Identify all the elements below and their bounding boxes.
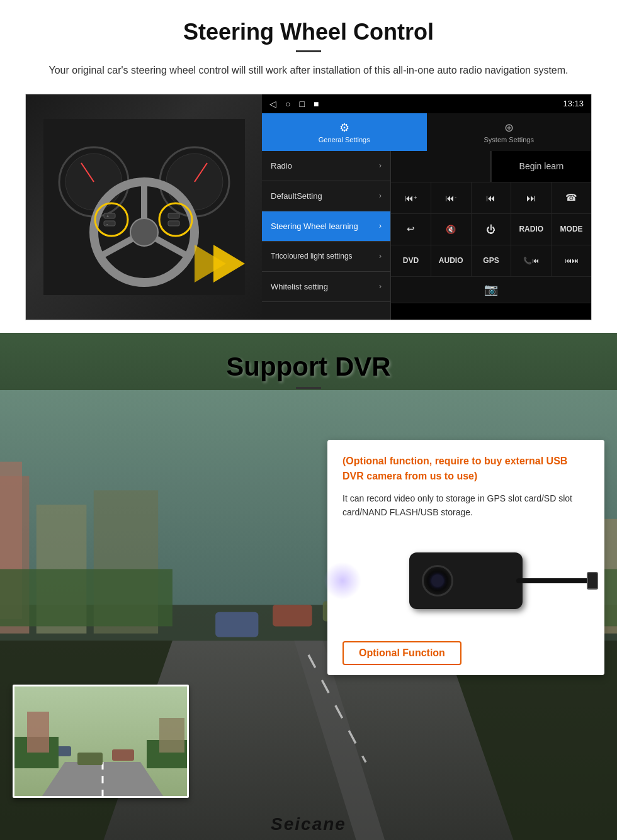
back-icon: ◁ (269, 99, 276, 109)
radio-btn[interactable]: RADIO (511, 214, 552, 245)
steering-wheel-section: Steering Wheel Control Your original car… (0, 0, 617, 333)
tab-general-settings[interactable]: ⚙ General Settings (262, 113, 427, 151)
prev-btn[interactable]: ⏮ (472, 182, 512, 213)
home-icon: ○ (285, 99, 290, 109)
gear-icon: ⚙ (339, 121, 349, 135)
dvr-divider (296, 387, 321, 389)
panel-body: Radio › DefaultSetting › Steering Wheel … (262, 151, 591, 320)
skip-btn[interactable]: ⏮⏭ (552, 245, 591, 276)
menu-default-label: DefaultSetting (271, 191, 322, 201)
android-ui-panel: ◁ ○ □ ■ 13:13 ⚙ General Settings ⊕ Syste… (262, 94, 591, 320)
svg-rect-15 (104, 221, 115, 226)
audio-btn[interactable]: AUDIO (431, 245, 472, 276)
camera-glow (324, 562, 361, 600)
camera-btn[interactable]: 📷 (391, 277, 591, 303)
svg-rect-47 (112, 749, 134, 761)
svg-point-11 (130, 218, 158, 246)
status-bar: ◁ ○ □ ■ 13:13 (262, 94, 591, 113)
title-divider (296, 50, 321, 52)
svg-rect-19 (168, 221, 179, 226)
begin-learn-button[interactable]: Begin learn (491, 151, 591, 182)
hangup-btn[interactable]: ↩ (391, 214, 431, 245)
tab-system-label: System Settings (484, 136, 534, 143)
camera-lens (422, 565, 453, 596)
dvr-body-text: It can record video only to storage in G… (342, 491, 589, 520)
menu-steering-label: Steering Wheel learning (271, 221, 358, 231)
steering-composite-image: + - ◁ ○ □ ■ 13:13 (25, 94, 592, 320)
dvr-optional-text: (Optional function, require to buy exter… (342, 454, 589, 484)
button-row-1: ⏮+ ⏮- ⏮ ⏭ ☎ (391, 182, 591, 214)
mode-btn[interactable]: MODE (552, 214, 591, 245)
button-grid: Begin learn ⏮+ ⏮- ⏮ ⏭ ☎ ↩ 🔇 ⏻ (391, 151, 591, 320)
steering-wheel-svg: + - (43, 119, 245, 295)
chevron-right-icon: › (379, 191, 382, 200)
support-dvr-section: Support DVR (Optional function, require … (0, 333, 617, 840)
power-btn[interactable]: ⏻ (472, 214, 512, 245)
button-row-3: DVD AUDIO GPS 📞⏮ ⏮⏭ (391, 245, 591, 277)
vol-minus-btn[interactable]: ⏮- (431, 182, 472, 213)
svg-rect-14 (104, 213, 115, 218)
svg-rect-34 (0, 569, 173, 626)
button-row-2: ↩ 🔇 ⏻ RADIO MODE (391, 214, 591, 245)
mute-btn[interactable]: 🔇 (431, 214, 472, 245)
camera-body (409, 552, 523, 609)
chevron-right-icon: › (379, 282, 382, 291)
svg-text:+: + (106, 214, 109, 218)
brand-name: Seicane (271, 814, 346, 834)
dvr-small-screenshot (13, 685, 189, 798)
steering-title: Steering Wheel Control (25, 19, 592, 45)
svg-rect-46 (77, 753, 103, 765)
next-btn[interactable]: ⏭ (511, 182, 552, 213)
svg-rect-52 (159, 718, 184, 753)
svg-rect-36 (215, 612, 258, 637)
settings-menu: Radio › DefaultSetting › Steering Wheel … (262, 151, 391, 320)
tab-general-label: General Settings (319, 136, 370, 143)
chevron-right-icon: › (379, 221, 382, 230)
svg-rect-51 (27, 712, 49, 753)
menu-item-default[interactable]: DefaultSetting › (262, 181, 390, 211)
status-icons: ◁ ○ □ ■ (269, 99, 319, 109)
dvr-screenshot-svg (14, 686, 189, 798)
system-icon: ⊕ (504, 121, 514, 135)
dvd-btn[interactable]: DVD (391, 245, 431, 276)
menu-radio-label: Radio (271, 161, 292, 171)
begin-learn-row: Begin learn (391, 151, 591, 182)
menu-item-whitelist[interactable]: Whitelist setting › (262, 272, 390, 302)
dvr-title: Support DVR (0, 352, 617, 382)
tab-system-settings[interactable]: ⊕ System Settings (427, 113, 592, 151)
chevron-right-icon: › (379, 161, 382, 170)
svg-rect-37 (273, 605, 312, 626)
optional-function-label: Optional Function (342, 641, 461, 665)
menu-item-steering[interactable]: Steering Wheel learning › (262, 211, 390, 242)
vol-plus-btn[interactable]: ⏮+ (391, 182, 431, 213)
menu-icon: ■ (314, 99, 319, 109)
usb-connector (587, 572, 598, 590)
menu-whitelist-label: Whitelist setting (271, 282, 328, 291)
phone-btn[interactable]: ☎ (552, 182, 591, 213)
dvr-title-area: Support DVR (0, 333, 617, 395)
optional-function-button[interactable]: Optional Function (342, 641, 589, 665)
recent-icon: □ (299, 99, 304, 109)
camera-cable (516, 578, 598, 583)
call-prev-btn[interactable]: 📞⏮ (511, 245, 552, 276)
menu-item-radio[interactable]: Radio › (262, 151, 390, 181)
status-time: 13:13 (563, 99, 584, 108)
chevron-right-icon: › (379, 252, 382, 260)
gps-btn[interactable]: GPS (472, 245, 512, 276)
dvr-camera-image (342, 530, 589, 631)
button-row-4: 📷 (391, 277, 591, 303)
steering-description: Your original car's steering wheel contr… (38, 62, 579, 79)
menu-tricoloured-label: Tricoloured light settings (271, 252, 353, 260)
spacer (391, 151, 491, 182)
dvr-info-box: (Optional function, require to buy exter… (327, 440, 604, 676)
steering-wheel-image: + - (26, 94, 262, 320)
menu-item-tricoloured[interactable]: Tricoloured light settings › (262, 242, 390, 272)
svg-rect-18 (168, 213, 179, 218)
tab-row: ⚙ General Settings ⊕ System Settings (262, 113, 591, 151)
